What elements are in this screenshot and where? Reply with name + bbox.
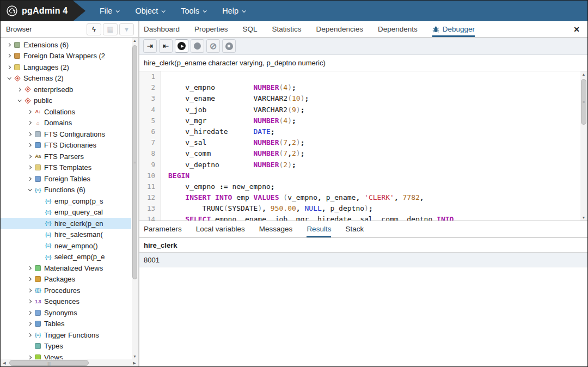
tab-debugger[interactable]: Debugger	[432, 21, 475, 37]
tree-item-procedures[interactable]: {()}Procedures	[1, 285, 131, 296]
step-into-button[interactable]: ⇥	[143, 39, 157, 53]
tree-item-functions-6[interactable]: {≡}Functions (6)	[1, 185, 131, 196]
clear-breakpoints-button[interactable]: ⊘	[206, 39, 220, 53]
code-line: 12 INSERT INTO emp VALUES (v_empno, p_en…	[139, 192, 580, 203]
chevron-collapsed-icon[interactable]	[15, 88, 23, 91]
sidebar-hscroll-thumb[interactable]: |||	[9, 360, 89, 366]
tree-item-synonyms[interactable]: Synonyms	[1, 307, 131, 319]
tree-item-hire-salesman[interactable]: {≡}hire_salesman(	[1, 229, 131, 241]
tree-item-hire-clerk-p-en[interactable]: {≡}hire_clerk(p_en	[1, 218, 131, 229]
chevron-collapsed-icon[interactable]	[26, 278, 33, 280]
dependencies-grid-button[interactable]: ▦	[103, 23, 118, 35]
tree-item-fts-parsers[interactable]: AaFTS Parsers	[1, 151, 131, 162]
tab-label: Parameters	[144, 225, 182, 233]
tree-item-fts-configurations[interactable]: FTS Configurations	[1, 129, 131, 140]
chevron-expanded-icon[interactable]	[5, 77, 13, 79]
tab-parameters[interactable]: Parameters	[144, 221, 182, 237]
tree-item-collations[interactable]: A↓Collations	[1, 106, 131, 118]
tree-item-enterprisedb[interactable]: enterprisedb	[1, 84, 131, 95]
chevron-collapsed-icon[interactable]	[26, 322, 33, 325]
menu-help[interactable]: Help	[222, 7, 245, 15]
editor-scroll-thumb[interactable]: ≡	[581, 79, 586, 125]
chevron-collapsed-icon[interactable]	[26, 267, 33, 270]
result-row[interactable]: 8001	[139, 253, 587, 267]
tree-item-foreign-tables[interactable]: Foreign Tables	[1, 173, 131, 185]
sidebar-horizontal-scrollbar[interactable]: ◀ ||| ▶	[1, 359, 138, 366]
chevron-expanded-icon[interactable]	[26, 188, 33, 191]
tree-item-languages-2[interactable]: Languages (2)	[1, 62, 131, 73]
editor-scroll-up-arrow[interactable]: ▲	[580, 72, 587, 76]
tab-results[interactable]: Results	[307, 221, 331, 237]
clear-breakpoints-icon: ⊘	[210, 42, 217, 51]
tab-dependents[interactable]: Dependents	[378, 21, 418, 37]
chevron-collapsed-icon[interactable]	[26, 111, 33, 113]
tree-item-emp-query-cal[interactable]: {≡}emp_query_cal	[1, 207, 131, 218]
tree-item-fts-dictionaries[interactable]: FTS Dictionaries	[1, 140, 131, 151]
chevron-collapsed-icon[interactable]	[26, 121, 33, 124]
chevron-collapsed-icon[interactable]	[26, 300, 33, 303]
menu-object[interactable]: Object	[135, 7, 164, 15]
tree-item-schemas-2[interactable]: Schemas (2)	[1, 73, 131, 84]
tree-item-tables[interactable]: Tables	[1, 319, 131, 330]
tree-item-new-empno[interactable]: {≡}new_empno()	[1, 240, 131, 252]
chevron-collapsed-icon[interactable]	[26, 356, 33, 359]
chevron-collapsed-icon[interactable]	[26, 289, 33, 292]
tree-item-types[interactable]: Types	[1, 341, 131, 352]
scroll-left-arrow[interactable]: ◀	[2, 361, 7, 365]
tree-item-select-emp-p-e[interactable]: {≡}select_emp(p_e	[1, 252, 131, 263]
scroll-up-arrow[interactable]: ▲	[132, 39, 138, 42]
tree-item-foreign-data-wrappers-2[interactable]: Foreign Data Wrappers (2	[1, 51, 131, 62]
step-over-button[interactable]: ⇤	[159, 39, 173, 53]
tree-item-label: Synonyms	[44, 309, 77, 317]
tab-statistics[interactable]: Statistics	[272, 21, 302, 37]
editor-vertical-scrollbar[interactable]: ▲ ≡ ▼	[580, 71, 587, 221]
tree-item-materialized-views[interactable]: Materialized Views	[1, 262, 131, 274]
scroll-right-arrow[interactable]: ▶	[132, 361, 137, 365]
tree-item-views[interactable]: Views	[1, 352, 131, 359]
quick-search-button[interactable]: ϟ	[87, 23, 101, 35]
menu-file[interactable]: File	[100, 7, 119, 15]
tree-item-sequences[interactable]: 1.3Sequences	[1, 296, 131, 308]
tab-dependencies[interactable]: Dependencies	[316, 21, 363, 37]
close-panel-button[interactable]: ✕	[573, 21, 580, 37]
chevron-collapsed-icon[interactable]	[5, 44, 13, 46]
sidebar-vertical-scrollbar[interactable]: ▲ ≡ ▼	[132, 38, 138, 359]
tab-label: Dependencies	[316, 25, 363, 33]
toggle-breakpoint-button[interactable]	[191, 39, 204, 53]
grid-icon: ▦	[107, 25, 113, 33]
chevron-collapsed-icon[interactable]	[26, 155, 33, 158]
chevron-collapsed-icon[interactable]	[26, 133, 33, 136]
tree-item-fts-templates[interactable]: FTS Templates	[1, 162, 131, 174]
tab-sql[interactable]: SQL	[243, 21, 258, 37]
chevron-collapsed-icon[interactable]	[26, 334, 33, 337]
editor-scroll-down-arrow[interactable]: ▼	[580, 216, 587, 219]
sidebar-scroll-thumb[interactable]: ≡	[132, 45, 137, 279]
menu-tools[interactable]: Tools	[181, 7, 206, 15]
tree-item-emp-comp-p-s[interactable]: {≡}emp_comp(p_s	[1, 195, 131, 207]
tab-properties[interactable]: Properties	[194, 21, 228, 37]
tree-item-public[interactable]: public	[1, 95, 131, 107]
stop-icon	[225, 42, 233, 50]
tab-local-variables[interactable]: Local variables	[196, 221, 245, 237]
result-value: 8001	[144, 256, 160, 264]
continue-button[interactable]	[175, 39, 188, 53]
tree-item-trigger-functions[interactable]: {≡}Trigger Functions	[1, 329, 131, 341]
tree-item-packages[interactable]: Packages	[1, 274, 131, 285]
chevron-collapsed-icon[interactable]	[26, 144, 33, 146]
scroll-down-arrow[interactable]: ▼	[132, 354, 138, 358]
tree-item-extensions-6[interactable]: Extensions (6)	[1, 39, 131, 51]
code-line: 7 v_sal NUMBER(7,2);	[139, 137, 580, 148]
chevron-collapsed-icon[interactable]	[26, 166, 33, 169]
chevron-expanded-icon[interactable]	[15, 99, 23, 102]
tab-messages[interactable]: Messages	[259, 221, 293, 237]
chevron-collapsed-icon[interactable]	[5, 54, 13, 57]
chevron-collapsed-icon[interactable]	[5, 66, 13, 69]
chevron-collapsed-icon[interactable]	[26, 178, 33, 180]
stop-button[interactable]	[222, 39, 236, 53]
chevron-collapsed-icon[interactable]	[26, 311, 33, 314]
tab-dashboard[interactable]: Dashboard	[144, 21, 180, 37]
code-editor[interactable]: 12 v_empno NUMBER(4);3 v_ename VARCHAR2(…	[139, 71, 587, 221]
tree-item-domains[interactable]: ⌂Domains	[1, 118, 131, 129]
filter-button[interactable]: ▼	[119, 23, 134, 35]
tab-stack[interactable]: Stack	[345, 221, 364, 237]
